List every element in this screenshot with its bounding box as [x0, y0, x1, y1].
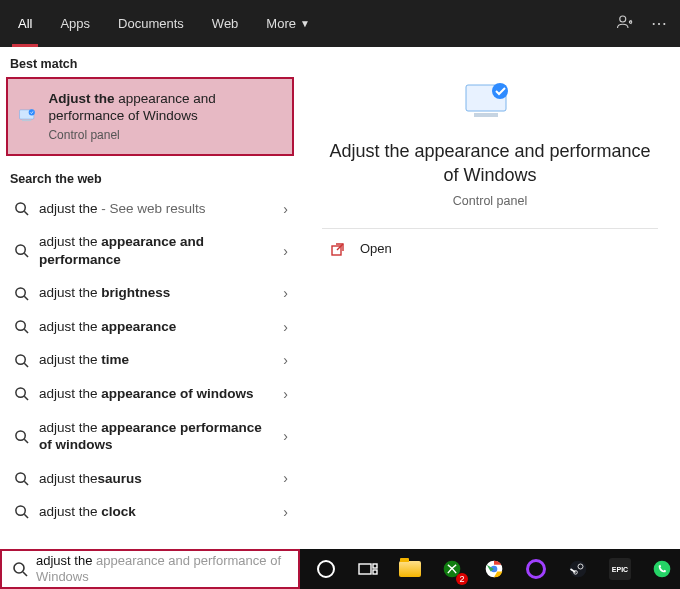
- chevron-right-icon: ›: [283, 504, 288, 520]
- tab-web[interactable]: Web: [198, 0, 253, 47]
- web-result-label: adjust the time: [39, 351, 273, 369]
- web-result-label: adjust the brightness: [39, 284, 273, 302]
- results-left-column: Best match Adjust the appearance and per…: [0, 47, 300, 549]
- web-result-label: adjust the appearance of windows: [39, 385, 273, 403]
- search-input[interactable]: adjust the appearance and performance of…: [0, 549, 300, 589]
- feedback-icon[interactable]: [608, 13, 642, 35]
- monitor-check-icon: [460, 79, 520, 125]
- svg-point-11: [16, 473, 25, 482]
- tab-more[interactable]: More▼: [252, 0, 324, 47]
- svg-point-12: [16, 506, 25, 515]
- chevron-right-icon: ›: [283, 470, 288, 486]
- web-result-item[interactable]: adjust the appearance and performance›: [0, 225, 300, 276]
- svg-point-24: [570, 561, 587, 578]
- search-icon: [12, 561, 28, 577]
- open-action[interactable]: Open: [322, 229, 658, 269]
- svg-point-10: [16, 431, 25, 440]
- web-result-label: adjust the appearance: [39, 318, 273, 336]
- web-result-item[interactable]: adjust the - See web results›: [0, 192, 300, 226]
- best-match-subtitle: Control panel: [48, 128, 282, 142]
- steam-icon[interactable]: [558, 549, 598, 589]
- search-icon: [14, 429, 29, 444]
- web-result-item[interactable]: adjust thesaurus›: [0, 462, 300, 496]
- more-options-icon[interactable]: ⋯: [642, 14, 676, 33]
- svg-rect-18: [359, 564, 371, 574]
- chevron-right-icon: ›: [283, 386, 288, 402]
- svg-point-0: [620, 16, 626, 22]
- open-label: Open: [360, 241, 392, 256]
- svg-point-6: [16, 288, 25, 297]
- chevron-right-icon: ›: [283, 352, 288, 368]
- search-icon: [14, 243, 29, 258]
- web-result-label: adjust the appearance performance of win…: [39, 419, 273, 454]
- monitor-check-icon: [18, 105, 38, 127]
- web-result-item[interactable]: adjust the brightness›: [0, 276, 300, 310]
- search-text: adjust the appearance and performance of…: [36, 553, 290, 584]
- svg-point-15: [492, 83, 508, 99]
- web-result-item[interactable]: adjust the appearance of windows›: [0, 377, 300, 411]
- chrome-icon[interactable]: [474, 549, 514, 589]
- svg-point-27: [654, 561, 671, 578]
- web-result-item[interactable]: adjust the appearance performance of win…: [0, 411, 300, 462]
- best-match-result[interactable]: Adjust the appearance and performance of…: [6, 77, 294, 156]
- svg-rect-14: [474, 113, 498, 117]
- chevron-right-icon: ›: [283, 243, 288, 259]
- task-view-icon[interactable]: [348, 549, 388, 589]
- best-match-title: Adjust the appearance and performance of…: [48, 91, 282, 125]
- tab-all[interactable]: All: [4, 0, 46, 47]
- web-result-item[interactable]: adjust the time›: [0, 343, 300, 377]
- result-preview-pane: Adjust the appearance and performance of…: [300, 47, 680, 549]
- search-icon: [14, 201, 29, 216]
- tab-documents[interactable]: Documents: [104, 0, 198, 47]
- web-result-item[interactable]: adjust the clock›: [0, 495, 300, 529]
- cortana-icon[interactable]: [306, 549, 346, 589]
- web-result-item[interactable]: adjust the appearance›: [0, 310, 300, 344]
- opera-icon[interactable]: [516, 549, 556, 589]
- svg-rect-19: [373, 564, 377, 568]
- chevron-right-icon: ›: [283, 319, 288, 335]
- svg-point-5: [16, 245, 25, 254]
- svg-rect-2: [22, 120, 31, 122]
- search-icon: [14, 471, 29, 486]
- best-match-text: Adjust the appearance and performance of…: [48, 91, 282, 142]
- file-explorer-icon[interactable]: [390, 549, 430, 589]
- svg-point-17: [14, 563, 24, 573]
- web-result-label: adjust thesaurus: [39, 470, 273, 488]
- taskbar: adjust the appearance and performance of…: [0, 549, 680, 589]
- results-area: Best match Adjust the appearance and per…: [0, 47, 680, 549]
- preview-subtitle: Control panel: [453, 194, 527, 208]
- search-icon: [14, 353, 29, 368]
- search-icon: [14, 504, 29, 519]
- whatsapp-icon[interactable]: [642, 549, 680, 589]
- xbox-icon[interactable]: [432, 549, 472, 589]
- preview-title: Adjust the appearance and performance of…: [322, 139, 658, 188]
- svg-point-8: [16, 355, 25, 364]
- chevron-down-icon: ▼: [300, 18, 310, 29]
- web-result-label: adjust the - See web results: [39, 200, 273, 218]
- web-results-list: adjust the - See web results›adjust the …: [0, 192, 300, 549]
- svg-point-7: [16, 321, 25, 330]
- epic-games-icon[interactable]: EPIC: [600, 549, 640, 589]
- search-icon: [14, 319, 29, 334]
- tab-apps[interactable]: Apps: [46, 0, 104, 47]
- chevron-right-icon: ›: [283, 201, 288, 217]
- taskbar-icons: EPIC: [300, 549, 680, 589]
- search-scope-tabbar: AllAppsDocumentsWebMore▼ ⋯: [0, 0, 680, 47]
- open-icon: [330, 241, 346, 257]
- web-result-label: adjust the clock: [39, 503, 273, 521]
- web-result-label: adjust the appearance and performance: [39, 233, 273, 268]
- tabs-container: AllAppsDocumentsWebMore▼: [4, 0, 324, 47]
- svg-point-9: [16, 388, 25, 397]
- svg-rect-20: [373, 570, 377, 574]
- chevron-right-icon: ›: [283, 428, 288, 444]
- search-icon: [14, 286, 29, 301]
- search-web-header: Search the web: [0, 162, 300, 192]
- search-icon: [14, 386, 29, 401]
- svg-point-4: [16, 203, 25, 212]
- best-match-header: Best match: [0, 47, 300, 77]
- chevron-right-icon: ›: [283, 285, 288, 301]
